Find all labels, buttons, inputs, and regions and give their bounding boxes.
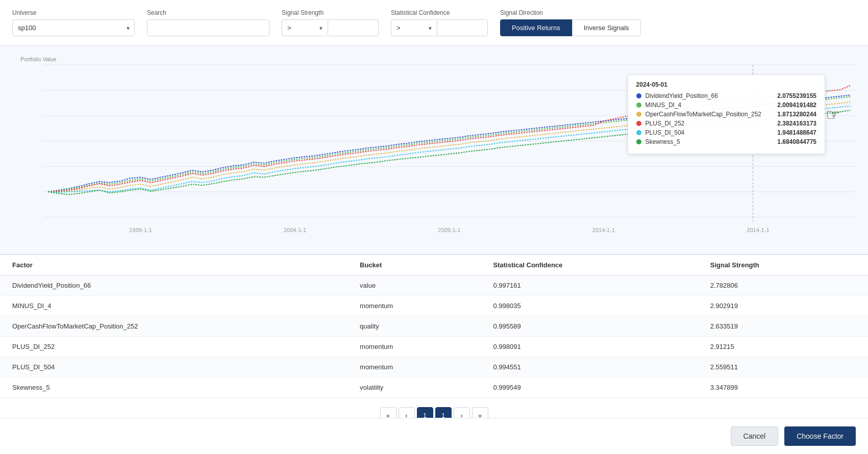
tooltip-name-dividend: DividendYield_Position_66 <box>646 92 761 99</box>
stat-confidence-value-input[interactable]: 0.95 <box>437 19 488 36</box>
chart-tooltip: 2024-05-01 DividendYield_Position_66 2.0… <box>628 74 825 154</box>
universe-group: Universe sp100sp500nasdaq100 ▼ <box>12 9 135 36</box>
data-table: Factor Bucket Statistical Confidence Sig… <box>0 255 868 398</box>
cell-signal-strength: 2.902919 <box>698 296 868 316</box>
tooltip-name-oper: OperCashFlowToMarketCap_Position_252 <box>646 111 761 118</box>
cell-signal-strength: 3.347899 <box>698 377 868 398</box>
stat-confidence-inputs: > < >= ▼ 0.95 <box>391 19 488 36</box>
table-row[interactable]: OperCashFlowToMarketCap_Position_252 qua… <box>0 316 868 337</box>
tooltip-dot-dividend <box>636 93 641 98</box>
cell-stat-confidence: 0.998091 <box>481 337 698 357</box>
tooltip-dot-oper <box>636 112 641 117</box>
cell-factor: Skewness_5 <box>0 377 348 398</box>
cancel-button[interactable]: Cancel <box>731 426 779 446</box>
tooltip-row-plus252: PLUS_DI_252 2.3824163173 <box>636 120 816 127</box>
cell-bucket: momentum <box>348 337 481 357</box>
cell-signal-strength: 2.91215 <box>698 337 868 357</box>
table-row[interactable]: MINUS_DI_4 momentum 0.998035 2.902919 <box>0 296 868 316</box>
chart-container: 2.5 2 1.5 1 0.5 0 -0.5 1999-1-1 2004-1-1… <box>43 54 856 238</box>
tooltip-date: 2024-05-01 <box>636 81 816 88</box>
cell-stat-confidence: 0.997161 <box>481 275 698 296</box>
cell-stat-confidence: 0.994551 <box>481 357 698 377</box>
cell-stat-confidence: 0.999549 <box>481 377 698 398</box>
choose-factor-button[interactable]: Choose Factor <box>784 426 856 446</box>
cell-bucket: momentum <box>348 357 481 377</box>
universe-select[interactable]: sp100sp500nasdaq100 <box>12 19 135 36</box>
cell-factor: PLUS_DI_252 <box>0 337 348 357</box>
tooltip-dot-plus504 <box>636 130 641 135</box>
cell-stat-confidence: 0.998035 <box>481 296 698 316</box>
stat-confidence-op-wrapper[interactable]: > < >= ▼ <box>391 19 437 36</box>
tooltip-name-minus: MINUS_DI_4 <box>646 102 761 109</box>
col-header-stat-confidence: Statistical Confidence <box>481 255 698 275</box>
tooltip-value-oper: 1.8713280244 <box>765 111 816 118</box>
col-header-factor: Factor <box>0 255 348 275</box>
cell-bucket: momentum <box>348 296 481 316</box>
top-bar: Universe sp100sp500nasdaq100 ▼ Search Si… <box>0 0 868 46</box>
signal-strength-value-input[interactable]: 2.5 <box>328 19 379 36</box>
stat-confidence-op-select[interactable]: > < >= <box>391 19 437 36</box>
tooltip-value-dividend: 2.0755239155 <box>765 92 816 99</box>
cell-factor: PLUS_DI_504 <box>0 357 348 377</box>
table-row[interactable]: PLUS_DI_504 momentum 0.994551 2.559511 <box>0 357 868 377</box>
cell-bucket: value <box>348 275 481 296</box>
signal-strength-op-wrapper[interactable]: > < >= ▼ <box>282 19 328 36</box>
signal-direction-toggle: Positive Returns Inverse Signals <box>500 19 641 36</box>
signal-strength-op-select[interactable]: > < >= <box>282 19 328 36</box>
stat-confidence-label: Statistical Confidence <box>391 9 488 16</box>
tooltip-name-skewness: Skewness_5 <box>646 138 761 145</box>
tooltip-name-plus252: PLUS_DI_252 <box>646 120 761 127</box>
table-header-row: Factor Bucket Statistical Confidence Sig… <box>0 255 868 275</box>
universe-label: Universe <box>12 9 135 16</box>
stat-confidence-group: Statistical Confidence > < >= ▼ 0.95 <box>391 9 488 36</box>
search-label: Search <box>147 9 269 16</box>
svg-text:2009-1-1: 2009-1-1 <box>438 227 460 233</box>
svg-text:2014-1-1: 2014-1-1 <box>747 227 769 233</box>
table-section: Factor Bucket Statistical Confidence Sig… <box>0 255 868 398</box>
cell-bucket: volatility <box>348 377 481 398</box>
positive-returns-button[interactable]: Positive Returns <box>500 19 572 36</box>
tooltip-row-skewness: Skewness_5 1.6840844775 <box>636 138 816 145</box>
inverse-signals-button[interactable]: Inverse Signals <box>572 19 641 36</box>
tooltip-value-minus: 2.0094191482 <box>765 102 816 109</box>
bottom-bar: Cancel Choose Factor <box>0 418 868 454</box>
col-header-bucket: Bucket <box>348 255 481 275</box>
search-input[interactable] <box>147 19 269 36</box>
signal-direction-group: Signal Direction Positive Returns Invers… <box>500 9 641 36</box>
signal-strength-inputs: > < >= ▼ 2.5 <box>282 19 379 36</box>
tooltip-value-plus504: 1.9481488647 <box>765 129 816 136</box>
cell-signal-strength: 2.633519 <box>698 316 868 337</box>
tooltip-dot-skewness <box>636 139 641 144</box>
tooltip-value-skewness: 1.6840844775 <box>765 138 816 145</box>
signal-strength-label: Signal Strength <box>282 9 379 16</box>
tooltip-row-plus504: PLUS_DI_504 1.9481488647 <box>636 129 816 136</box>
tooltip-dot-plus252 <box>636 121 641 126</box>
search-group: Search <box>147 9 269 36</box>
tooltip-row-minus: MINUS_DI_4 2.0094191482 <box>636 102 816 109</box>
cell-signal-strength: 2.782806 <box>698 275 868 296</box>
tooltip-value-plus252: 2.3824163173 <box>765 120 816 127</box>
chart-section: Portfolio Value 2.5 2 1.5 1 0.5 0 -0.5 1… <box>0 46 868 255</box>
svg-text:1999-1-1: 1999-1-1 <box>129 227 152 233</box>
col-header-signal-strength: Signal Strength <box>698 255 868 275</box>
table-row[interactable]: Skewness_5 volatility 0.999549 3.347899 <box>0 377 868 398</box>
signal-strength-group: Signal Strength > < >= ▼ 2.5 <box>282 9 379 36</box>
table-row[interactable]: DividendYield_Position_66 value 0.997161… <box>0 275 868 296</box>
cell-stat-confidence: 0.995589 <box>481 316 698 337</box>
table-row[interactable]: PLUS_DI_252 momentum 0.998091 2.91215 <box>0 337 868 357</box>
svg-text:2014-1-1: 2014-1-1 <box>592 227 615 233</box>
cell-factor: OperCashFlowToMarketCap_Position_252 <box>0 316 348 337</box>
signal-direction-label: Signal Direction <box>500 9 641 16</box>
cell-bucket: quality <box>348 316 481 337</box>
cell-signal-strength: 2.559511 <box>698 357 868 377</box>
cell-factor: DividendYield_Position_66 <box>0 275 348 296</box>
tooltip-row-dividend: DividendYield_Position_66 2.0755239155 <box>636 92 816 99</box>
svg-text:2004-1-1: 2004-1-1 <box>284 227 306 233</box>
cell-factor: MINUS_DI_4 <box>0 296 348 316</box>
universe-select-wrapper[interactable]: sp100sp500nasdaq100 ▼ <box>12 19 135 36</box>
tooltip-name-plus504: PLUS_DI_504 <box>646 129 761 136</box>
tooltip-dot-minus <box>636 103 641 108</box>
tooltip-row-oper: OperCashFlowToMarketCap_Position_252 1.8… <box>636 111 816 118</box>
